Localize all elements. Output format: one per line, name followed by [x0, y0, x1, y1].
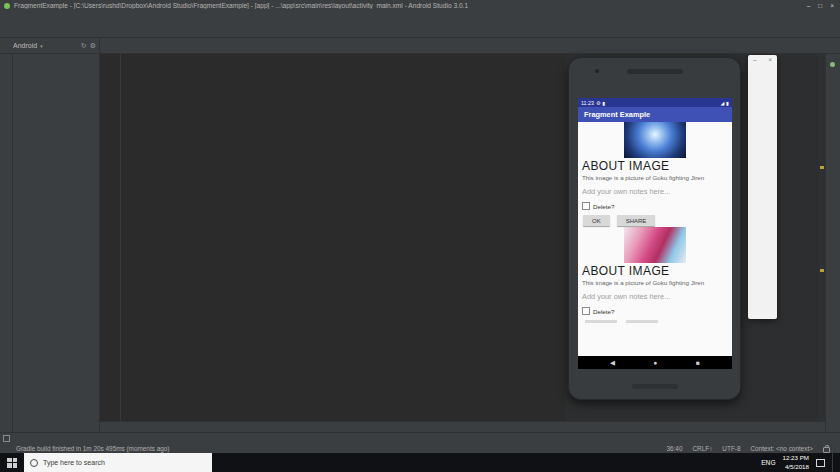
- windows-taskbar: Type here to search ENG 12:23 PM 4/5/201…: [0, 453, 840, 472]
- window-title: FragmentExample - [C:\Users\rushd\Dropbo…: [14, 2, 468, 9]
- checkbox-icon: [582, 307, 590, 315]
- gear-icon: ⚙: [596, 100, 600, 106]
- caret-position[interactable]: 36:40: [666, 445, 682, 452]
- app-bar-title: Fragment Example: [578, 107, 732, 122]
- back-nav-icon[interactable]: ◀: [610, 359, 615, 367]
- emulator-toolbar: – ×: [748, 55, 777, 319]
- left-tool-strip: [0, 54, 13, 432]
- action-center-icon[interactable]: [816, 459, 825, 467]
- code-editor[interactable]: [100, 54, 565, 421]
- project-scope-dropdown[interactable]: Android: [13, 42, 37, 49]
- phone-speaker: [627, 69, 683, 74]
- emulator-close-button[interactable]: ×: [768, 56, 772, 63]
- about-image-heading-2: ABOUT IMAGE: [582, 264, 732, 278]
- warning-tick[interactable]: [820, 269, 824, 272]
- tool-window-bar: [0, 432, 840, 444]
- goku-image-2: [624, 227, 686, 263]
- encoding-indicator[interactable]: UTF-8: [722, 445, 740, 452]
- clock[interactable]: 12:23 PM 4/5/2018: [783, 454, 809, 472]
- windows-logo-icon: [7, 458, 17, 468]
- settings-gear-icon[interactable]: ⚙: [90, 42, 96, 50]
- line-ending-indicator[interactable]: CRLF↑: [692, 445, 712, 452]
- phone-nav-bar: ◀ ● ■: [578, 356, 732, 369]
- chevron-down-icon: ▾: [40, 43, 43, 49]
- navigation-bar: [0, 22, 840, 38]
- layout-preview-panel: 11:23 ⚙ ▮ ◢ ▮ Fragment Example ABOUT IMA…: [565, 54, 819, 421]
- goku-image-1: [624, 122, 686, 158]
- overview-nav-icon[interactable]: ■: [696, 359, 700, 366]
- about-image-heading-1: ABOUT IMAGE: [582, 159, 732, 173]
- signal-icon: ◢: [720, 100, 724, 106]
- maximize-button[interactable]: □: [818, 2, 822, 9]
- project-panel: [13, 54, 100, 432]
- delete-checkbox-2[interactable]: Delete?: [582, 307, 732, 315]
- android-studio-window: FragmentExample - [C:\Users\rushd\Dropbo…: [0, 0, 840, 472]
- language-indicator[interactable]: ENG: [761, 459, 775, 466]
- phone-status-bar: 11:23 ⚙ ▮ ◢ ▮: [578, 98, 732, 107]
- tool-window-toggle-icon[interactable]: [3, 435, 10, 442]
- close-button[interactable]: ×: [830, 2, 834, 9]
- ide-status-bar: Gradle build finished in 1m 20s 495ms (m…: [0, 444, 840, 453]
- gradle-build-status: Gradle build finished in 1m 20s 495ms (m…: [16, 445, 169, 452]
- gradle-icon: [830, 62, 835, 67]
- app-content: ABOUT IMAGE This image is a picture of G…: [578, 122, 732, 356]
- battery-icon: ▮: [603, 100, 606, 106]
- emulator-phone: 11:23 ⚙ ▮ ◢ ▮ Fragment Example ABOUT IMA…: [568, 57, 741, 400]
- phone-camera-dot: [595, 69, 599, 73]
- editor-tab-row: Android ▾ ↻ ⚙: [0, 38, 840, 54]
- emulator-minimize-button[interactable]: –: [753, 56, 757, 63]
- context-indicator[interactable]: Context: <no context>: [750, 445, 813, 452]
- share-button[interactable]: SHARE: [617, 215, 656, 226]
- design-text-tab-row: [100, 421, 825, 432]
- notes-input-2[interactable]: Add your own notes here...: [582, 292, 732, 301]
- title-bar: FragmentExample - [C:\Users\rushd\Dropbo…: [0, 0, 840, 11]
- sync-icon[interactable]: ↻: [81, 42, 87, 50]
- menu-bar: [0, 11, 840, 22]
- delete-checkbox-1[interactable]: Delete?: [582, 202, 732, 210]
- cortana-icon: [30, 459, 38, 467]
- phone-bottom-speaker: [632, 384, 678, 389]
- ok-button[interactable]: OK: [583, 215, 610, 226]
- home-nav-icon[interactable]: ●: [654, 359, 658, 366]
- right-tool-strip: [825, 54, 840, 432]
- search-placeholder: Type here to search: [43, 459, 105, 466]
- clipped-buttons: [585, 320, 732, 323]
- project-panel-header[interactable]: Android ▾ ↻ ⚙: [0, 38, 100, 53]
- emulator-screen[interactable]: 11:23 ⚙ ▮ ◢ ▮ Fragment Example ABOUT IMA…: [578, 98, 732, 369]
- phone-clock: 11:23: [581, 100, 594, 106]
- show-desktop-button[interactable]: [832, 453, 837, 472]
- checkbox-icon: [582, 202, 590, 210]
- image-description-2: This image is a picture of Goku fighting…: [582, 279, 732, 286]
- warning-tick[interactable]: [820, 166, 824, 169]
- lock-icon[interactable]: [823, 447, 830, 453]
- minimize-button[interactable]: –: [807, 2, 811, 9]
- image-description-1: This image is a picture of Goku fighting…: [582, 174, 732, 181]
- search-input[interactable]: Type here to search: [24, 453, 212, 472]
- start-button[interactable]: [0, 453, 24, 472]
- notes-input-1[interactable]: Add your own notes here...: [582, 187, 732, 196]
- battery-icon: ▮: [726, 100, 729, 106]
- android-studio-logo-icon: [4, 3, 10, 9]
